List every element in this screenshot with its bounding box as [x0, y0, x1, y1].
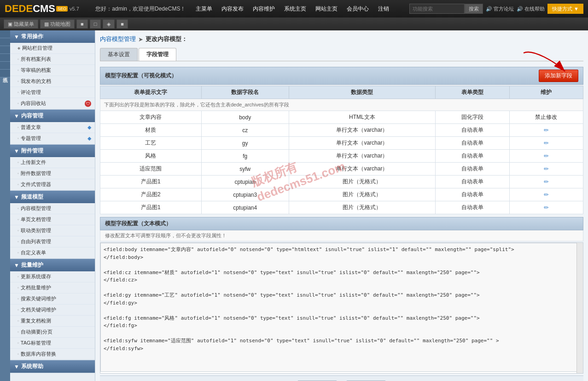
col-field: 数据字段名: [201, 86, 289, 99]
cell-action[interactable]: ✏: [509, 163, 583, 176]
sidebar-item-upload[interactable]: ◦ 上传新文件: [10, 157, 95, 168]
sidebar-item-batch-doc[interactable]: ◦ 文档批量维护: [10, 282, 95, 293]
cell-form: 固化字段: [436, 111, 509, 124]
sidebar-item-label: 搜索关键词维护: [21, 295, 56, 302]
section-batch-header[interactable]: ▼ 批量维护: [10, 259, 95, 271]
edit-icon[interactable]: ✏: [544, 140, 549, 147]
section-common-header[interactable]: ▼ 常用操作: [10, 30, 95, 43]
sidebar-item-single-doc[interactable]: ◦ 单页文档管理: [10, 214, 95, 225]
breadcrumb-parent[interactable]: 内容模型管理: [100, 35, 136, 43]
cell-action[interactable]: ✏: [509, 176, 583, 188]
cell-form: 自动表单: [436, 188, 509, 201]
cell-display: 工艺: [100, 137, 202, 150]
sidebar-item-archives-pending[interactable]: ◦ 等审稿的档案: [10, 65, 95, 76]
side-label-core[interactable]: 核心模块: [0, 30, 10, 38]
section-syshelp-label: 系统帮助: [21, 363, 43, 370]
sidebar-item-dup-detect[interactable]: ◦ 重复文档检测: [10, 316, 95, 327]
toolbar-icon3[interactable]: ◈: [103, 19, 115, 29]
toolbar-icon1[interactable]: ■: [76, 19, 88, 29]
side-label-member[interactable]: 会员: [0, 54, 10, 62]
table-row: 风格 fg 单行文本（varchar） 自动表单 ✏: [100, 150, 583, 163]
side-label-collect[interactable]: 采集: [0, 46, 10, 54]
logo: DEDE CMS SEO v5.7: [5, 3, 79, 15]
cell-action[interactable]: ✏: [509, 137, 583, 150]
sidebar-item-column[interactable]: ◆ 网站栏目管理: [10, 43, 95, 54]
section-attachment-header[interactable]: ▼ 附件管理: [10, 145, 95, 157]
dot-icon: ◦: [17, 330, 19, 334]
side-label-generate[interactable]: 生成: [0, 38, 10, 46]
cell-field: syfw: [201, 163, 289, 176]
sidebar-item-filemanager[interactable]: ◦ 文件式管理器: [10, 179, 95, 190]
search-button[interactable]: 搜索: [465, 4, 483, 14]
sidebar-item-label: 自由列表管理: [21, 238, 51, 245]
sidebar-item-comments[interactable]: ◦ 评论管理: [10, 87, 95, 98]
sidebar-item-tag[interactable]: ◦ TAG标签管理: [10, 338, 95, 349]
cell-display: 产品图1: [100, 201, 202, 214]
sidebar-item-my-docs[interactable]: ◦ 我发布的文档: [10, 76, 95, 87]
tab-field-management[interactable]: 字段管理: [139, 48, 176, 61]
sidebar-item-free-list[interactable]: ◦ 自由列表管理: [10, 236, 95, 247]
nav-logout[interactable]: 注销: [374, 5, 393, 13]
sidebar-item-custom-form[interactable]: ◦ 自定义表单: [10, 247, 95, 258]
nav-maintain[interactable]: 内容维护: [249, 5, 279, 13]
function-map-icon: ▦: [44, 21, 49, 27]
xml-textarea[interactable]: <field:body itemname="文章内容" autofield="0…: [100, 243, 583, 372]
section-content-header[interactable]: ▼ 内容管理: [10, 110, 95, 122]
toolbar-icon4[interactable]: ■: [116, 19, 128, 29]
top-right: 搜索 🔊 官方论坛 🔊 在线帮助 快捷方式 ▼: [409, 4, 583, 14]
edit-icon[interactable]: ✏: [544, 152, 549, 159]
sidebar-item-recycle[interactable]: ◦ 内容回收站 🛡: [10, 98, 95, 109]
sidebar-item-auto-summary[interactable]: ◦ 自动摘要|分页: [10, 327, 95, 338]
section-channel-header[interactable]: ▼ 频道模型: [10, 191, 95, 203]
hide-menu-button[interactable]: ▣ 隐藏菜单: [4, 19, 38, 29]
search-input[interactable]: [409, 4, 465, 14]
cell-action[interactable]: ✏: [509, 150, 583, 163]
dot-icon: ◦: [17, 275, 19, 279]
cell-action[interactable]: ✏: [509, 124, 583, 137]
sidebar-item-content-model[interactable]: ◦ 内容模型管理: [10, 203, 95, 214]
sidebar-item-db-replace[interactable]: ◦ 数据库内容替换: [10, 349, 95, 360]
cell-field: cz: [201, 124, 289, 137]
side-labels: 核心模块 生成 采集 会员 模板 系统: [0, 30, 10, 381]
nav-sysindex[interactable]: 系统主页: [280, 5, 310, 13]
edit-icon[interactable]: ✏: [544, 165, 549, 172]
section-attachment-label: 附件管理: [21, 147, 43, 155]
text-config-header: 模型字段配置（文本模式）: [100, 217, 583, 230]
add-field-button[interactable]: 添加新字段: [539, 70, 578, 82]
function-map-button[interactable]: ▦ 功能地图: [40, 19, 75, 29]
nav-siteindex[interactable]: 网站主页: [312, 5, 341, 13]
dot-icon: ◦: [17, 229, 19, 233]
xml-scrollbar[interactable]: [576, 243, 583, 373]
side-label-template[interactable]: 模板: [0, 62, 10, 70]
nav-member[interactable]: 会员中心: [343, 5, 373, 13]
dot-icon: ◦: [17, 125, 19, 129]
cell-type: 图片（无格式）: [289, 176, 435, 188]
sidebar-item-search-keyword[interactable]: ◦ 搜索关键词维护: [10, 293, 95, 305]
sidebar-item-topics[interactable]: ◦ 专题管理 ◆: [10, 133, 95, 144]
edit-icon[interactable]: ✏: [544, 204, 549, 211]
side-label-system[interactable]: 系统: [0, 70, 10, 77]
cell-action[interactable]: ✏: [509, 201, 583, 214]
toolbar-icon2[interactable]: □: [90, 19, 101, 29]
tab-basic-settings[interactable]: 基本设置: [100, 48, 138, 61]
nav-main[interactable]: 主菜单: [192, 5, 216, 13]
edit-icon[interactable]: ✏: [544, 191, 549, 198]
sidebar-item-articles[interactable]: ◦ 普通文章 ◆: [10, 122, 95, 133]
cell-action[interactable]: ✏: [509, 188, 583, 201]
sidebar-item-attach-data[interactable]: ◦ 附件数据管理: [10, 168, 95, 179]
help-link[interactable]: 🔊 在线帮助: [517, 6, 545, 12]
kuaijie-button[interactable]: 快捷方式 ▼: [547, 4, 583, 14]
sidebar-item-label: 文件式管理器: [21, 181, 51, 188]
text-config-note: 修改配置文本可调整字段顺序，但不会更改字段属性！: [100, 230, 583, 241]
sidebar-item-archives-all[interactable]: ◦ 所有档案列表: [10, 54, 95, 65]
sidebar-item-doc-keyword[interactable]: ◦ 文档关键词维护: [10, 305, 95, 316]
section-syshelp-header[interactable]: ▼ 系统帮助: [10, 360, 95, 373]
nav-publish[interactable]: 内容发布: [218, 5, 247, 13]
hide-menu-icon: ▣: [8, 21, 12, 27]
cell-display: 适应范围: [100, 163, 202, 176]
sidebar-item-linked-category[interactable]: ◦ 联动类别管理: [10, 225, 95, 236]
edit-icon[interactable]: ✏: [544, 178, 549, 185]
sidebar-item-update-cache[interactable]: ◦ 更新系统缓存: [10, 271, 95, 282]
edit-icon[interactable]: ✏: [544, 127, 549, 134]
forum-link[interactable]: 🔊 官方论坛: [486, 6, 514, 12]
